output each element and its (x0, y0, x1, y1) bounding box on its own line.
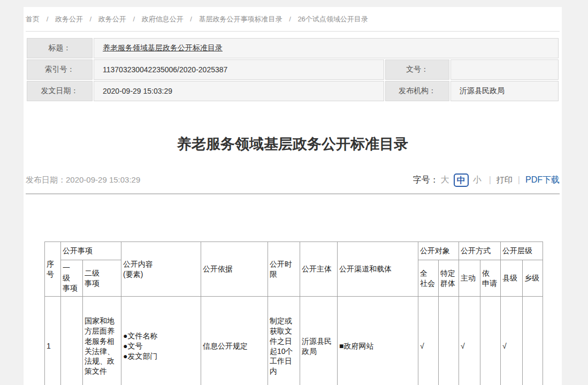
breadcrumb: 首页 / 政务公开 / 政务公开 / 政府信息公开 / 基层政务公开事项标准目录… (26, 7, 560, 32)
breadcrumb-separator: / (47, 15, 49, 23)
tools-divider: | (489, 175, 491, 185)
pdf-download-button[interactable]: PDF下载 (525, 175, 560, 186)
col-header-level-group: 公开层级 (501, 242, 543, 260)
col-header-subject: 公开主体 (300, 242, 338, 297)
cell-time-limit: 制定或获取文件之日起10个工作日内 (268, 297, 300, 385)
col-header-county: 县级 (501, 260, 523, 297)
meta-row-index: 索引号： 113703230042235006/2020-2025387 文号： (27, 59, 559, 80)
col-header-target-group: 公开对象 (418, 242, 459, 260)
table-header-row-1: 序 号 公开事项 公开内容 (要素) 公开依据 公开时 限 公开主体 公开渠道和… (45, 242, 543, 260)
cell-level1 (61, 297, 83, 385)
col-header-township: 乡级 (523, 260, 543, 297)
breadcrumb-separator: / (289, 15, 291, 23)
cell-level2: 国家和地方层面养老服务相关法律、法规、政策文件 (83, 297, 121, 385)
col-header-level2: 二级 事项 (83, 260, 121, 297)
meta-date-value: 2020-09-29 15:03:29 (94, 81, 384, 101)
cell-basis: 信息公开规定 (201, 297, 268, 385)
meta-row-title: 标题： 养老服务领域基层政务公开标准目录 (27, 38, 559, 58)
cell-specific-group (439, 297, 459, 385)
col-header-method-group: 公开方式 (459, 242, 501, 260)
breadcrumb-zwgk-1[interactable]: 政务公开 (55, 15, 83, 23)
content-panel: 首页 / 政务公开 / 政务公开 / 政府信息公开 / 基层政务公开事项标准目录… (24, 7, 562, 385)
document-meta-table: 标题： 养老服务领域基层政务公开标准目录 索引号： 11370323004223… (26, 37, 560, 102)
publish-date: 发布日期：2020-09-29 15:03:29 (26, 175, 140, 185)
cell-content: ●文件名称 ●文号 ●发文部门 (121, 297, 201, 385)
col-header-time-limit: 公开时 限 (268, 242, 300, 297)
meta-agency-label: 发布机构： (385, 81, 449, 101)
standards-table: 序 号 公开事项 公开内容 (要素) 公开依据 公开时 限 公开主体 公开渠道和… (44, 241, 543, 385)
col-header-basis: 公开依据 (201, 242, 268, 297)
col-header-on-request: 依 申请 (480, 260, 501, 297)
col-header-items-group: 公开事项 (61, 242, 121, 260)
print-button[interactable]: 打印 (497, 175, 513, 185)
font-size-label: 字号： (413, 175, 439, 186)
article-tools: 字号： 大 中 小 | 打印 | PDF下载 (413, 173, 560, 187)
col-header-channel: 公开渠道和载体 (338, 242, 418, 297)
table-row: 1 国家和地方层面养老服务相关法律、法规、政策文件 ●文件名称 ●文号 ●发文部… (45, 297, 543, 385)
breadcrumb-standard-catalog[interactable]: 基层政务公开事项标准目录 (199, 15, 282, 23)
meta-title-label: 标题： (27, 38, 93, 58)
breadcrumb-separator: / (133, 15, 135, 23)
tools-divider: | (518, 175, 520, 185)
col-header-all-society: 全 社会 (418, 260, 439, 297)
col-header-proactive: 主动 (459, 260, 480, 297)
meta-row-date: 发文日期： 2020-09-29 15:03:29 发布机构： 沂源县民政局 (27, 81, 559, 101)
content-divider (26, 193, 560, 194)
font-size-small-button[interactable]: 小 (473, 175, 482, 186)
meta-docnum-value (450, 59, 559, 80)
meta-index-label: 索引号： (27, 59, 93, 80)
meta-agency-value: 沂源县民政局 (450, 81, 559, 101)
meta-index-value: 113703230042235006/2020-2025387 (94, 59, 384, 80)
col-header-seq: 序 号 (45, 242, 61, 297)
font-size-large-button[interactable]: 大 (441, 175, 449, 186)
meta-title-value: 养老服务领域基层政务公开标准目录 (94, 38, 559, 58)
cell-channel: ■政府网站 (338, 297, 418, 385)
breadcrumb-current: 26个试点领域公开目录 (297, 15, 368, 23)
cell-all-society: √ (418, 297, 439, 385)
breadcrumb-gov-info[interactable]: 政府信息公开 (142, 15, 184, 23)
breadcrumb-separator: / (90, 15, 92, 23)
cell-county: √ (501, 297, 523, 385)
cell-proactive: √ (459, 297, 480, 385)
breadcrumb-home[interactable]: 首页 (26, 15, 40, 23)
breadcrumb-separator: / (190, 15, 192, 23)
col-header-content: 公开内容 (要素) (121, 242, 201, 297)
cell-subject: 沂源县民政局 (300, 297, 338, 385)
page-title: 养老服务领域基层政务公开标准目录 (26, 132, 560, 156)
document-title-link[interactable]: 养老服务领域基层政务公开标准目录 (103, 43, 223, 52)
col-header-specific-group: 特定 群体 (439, 260, 459, 297)
cell-on-request (480, 297, 501, 385)
cell-township (523, 297, 543, 385)
publish-date-value: 2020-09-29 15:03:29 (66, 175, 140, 184)
font-size-medium-button[interactable]: 中 (454, 173, 469, 187)
cell-seq: 1 (45, 297, 61, 385)
col-header-level1: 一 级 事项 (61, 260, 83, 297)
meta-docnum-label: 文号： (385, 59, 449, 80)
meta-date-label: 发文日期： (27, 81, 93, 101)
publish-date-label: 发布日期： (26, 175, 66, 184)
breadcrumb-zwgk-2[interactable]: 政务公开 (98, 15, 126, 23)
